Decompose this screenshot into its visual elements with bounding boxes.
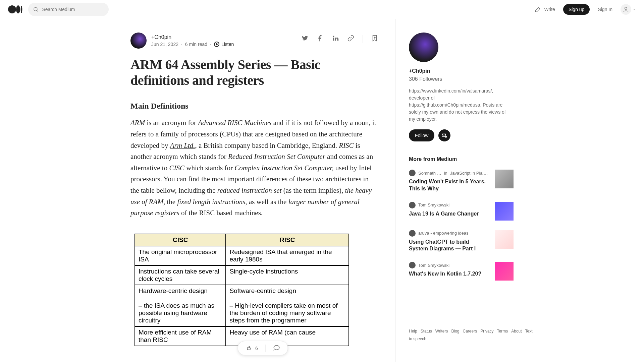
comment-icon xyxy=(273,344,280,351)
rec-author-avatar xyxy=(409,170,416,176)
bookmark-icon[interactable] xyxy=(371,35,378,43)
search-icon xyxy=(33,6,39,13)
rec-author: Tom Smykowski xyxy=(418,263,449,268)
read-time: 6 min read xyxy=(185,42,207,47)
medium-logo-icon xyxy=(8,5,23,14)
rec-thumbnail xyxy=(495,230,514,249)
engagement-bar: 6 xyxy=(237,341,288,355)
post-header: +Ch0pin Jun 21, 2022 · 6 min read · List… xyxy=(130,33,378,49)
play-icon xyxy=(214,42,219,47)
mail-plus-icon xyxy=(441,132,447,138)
rec-author-avatar xyxy=(409,262,416,268)
table-header: CISC xyxy=(135,234,226,246)
table-row: The original microprocessor ISARedesigne… xyxy=(135,246,349,265)
responses-button[interactable] xyxy=(273,344,280,352)
sidebar-followers: 306 Followers xyxy=(409,76,514,82)
sidebar: +Ch0pin 306 Followers https://www.linked… xyxy=(395,19,514,362)
bio-link-linkedin[interactable]: https://www.linkedin.com/in/valsamaras/ xyxy=(409,88,492,94)
more-from-medium-heading: More from Medium xyxy=(409,156,514,162)
rec-title: Coding Won't Exist In 5 Years. This Is W… xyxy=(409,178,489,192)
article-column: +Ch0pin Jun 21, 2022 · 6 min read · List… xyxy=(130,19,395,362)
write-icon xyxy=(534,6,542,13)
rec-author: Somnath … xyxy=(418,171,441,176)
recommendation-item[interactable]: Tom SmykowskiJava 19 Is A Game Changer xyxy=(409,202,514,221)
write-button[interactable]: Write xyxy=(534,6,555,13)
table-header: RISC xyxy=(226,234,349,246)
logo[interactable] xyxy=(8,5,23,14)
footer-link[interactable]: About xyxy=(511,329,522,334)
svg-point-5 xyxy=(625,7,627,9)
author-name[interactable]: +Ch0pin xyxy=(151,34,234,40)
share-facebook-icon[interactable] xyxy=(316,35,324,43)
post-title: ARM 64 Assembly Series — Basic definitio… xyxy=(130,57,378,88)
rec-title: Using ChatGPT to build System Diagrams —… xyxy=(409,239,489,253)
rec-title: What's New In Kotlin 1.7.20? xyxy=(409,270,489,278)
search-box[interactable] xyxy=(28,3,109,16)
rec-author: Tom Smykowski xyxy=(418,202,449,207)
svg-point-2 xyxy=(21,6,22,13)
footer-link[interactable]: Careers xyxy=(463,329,477,334)
clap-icon xyxy=(245,345,253,352)
sidebar-bio: https://www.linkedin.com/in/valsamaras/,… xyxy=(409,87,506,123)
table-row: Instructions can take several clock cycl… xyxy=(135,265,349,285)
header-actions: Write Sign up Sign In xyxy=(534,4,636,15)
footer-link[interactable]: Status xyxy=(421,329,432,334)
copy-link-icon[interactable] xyxy=(347,35,355,43)
rec-thumbnail xyxy=(495,170,514,188)
search-input[interactable] xyxy=(42,7,104,12)
share-twitter-icon[interactable] xyxy=(301,35,308,43)
post-actions xyxy=(301,33,378,43)
svg-point-0 xyxy=(8,5,16,13)
svg-point-3 xyxy=(34,7,37,11)
profile-menu[interactable] xyxy=(621,4,636,15)
post-date: Jun 21, 2022 xyxy=(151,42,178,47)
rec-author-avatar xyxy=(409,230,416,237)
footer-link[interactable]: Privacy xyxy=(480,329,493,334)
signup-button[interactable]: Sign up xyxy=(563,4,590,15)
rec-thumbnail xyxy=(495,262,514,281)
follow-button[interactable]: Follow xyxy=(409,129,434,141)
svg-point-1 xyxy=(16,5,20,13)
signin-link[interactable]: Sign In xyxy=(598,7,612,12)
rec-title: Java 19 Is A Game Changer xyxy=(409,210,489,218)
user-avatar-icon xyxy=(621,4,631,15)
write-label: Write xyxy=(544,7,555,12)
article-paragraph: ARM is an acronym for Advanced RISC Mach… xyxy=(130,117,378,219)
author-avatar[interactable] xyxy=(130,33,147,49)
bio-link-github[interactable]: https://github.com/Ch0pin/medusa xyxy=(409,102,480,108)
rec-publication: JavaScript in Plai… xyxy=(450,171,488,176)
footer-link[interactable]: Writers xyxy=(435,329,448,334)
footer-link[interactable]: Help xyxy=(409,329,417,334)
listen-button[interactable]: Listen xyxy=(214,42,234,47)
chevron-down-icon xyxy=(633,8,636,11)
rec-thumbnail xyxy=(495,202,514,221)
rec-author: aruva - empowering ideas xyxy=(418,231,469,236)
recommendation-item[interactable]: Somnath …inJavaScript in Plai…Coding Won… xyxy=(409,170,514,192)
recommendation-item[interactable]: aruva - empowering ideasUsing ChatGPT to… xyxy=(409,230,514,253)
comparison-table: CISCRISCThe original microprocessor ISAR… xyxy=(130,230,359,350)
svg-line-4 xyxy=(37,10,38,12)
subscribe-button[interactable] xyxy=(438,129,450,141)
sidebar-author-name[interactable]: +Ch0pin xyxy=(409,68,514,74)
table-row: Hardware-centric design– the ISA does as… xyxy=(135,285,349,326)
footer-links: HelpStatusWritersBlogCareersPrivacyTerms… xyxy=(409,327,509,343)
clap-button[interactable]: 6 xyxy=(245,345,258,352)
footer-link[interactable]: Blog xyxy=(451,329,460,334)
rec-author-avatar xyxy=(409,202,416,208)
clap-count: 6 xyxy=(255,346,258,351)
sidebar-author-avatar[interactable] xyxy=(409,33,438,62)
share-linkedin-icon[interactable] xyxy=(332,35,339,43)
recommendation-item[interactable]: Tom SmykowskiWhat's New In Kotlin 1.7.20… xyxy=(409,262,514,281)
footer-link[interactable]: Terms xyxy=(497,329,508,334)
section-heading: Main Definitions xyxy=(130,102,378,111)
header: Write Sign up Sign In xyxy=(0,0,644,19)
